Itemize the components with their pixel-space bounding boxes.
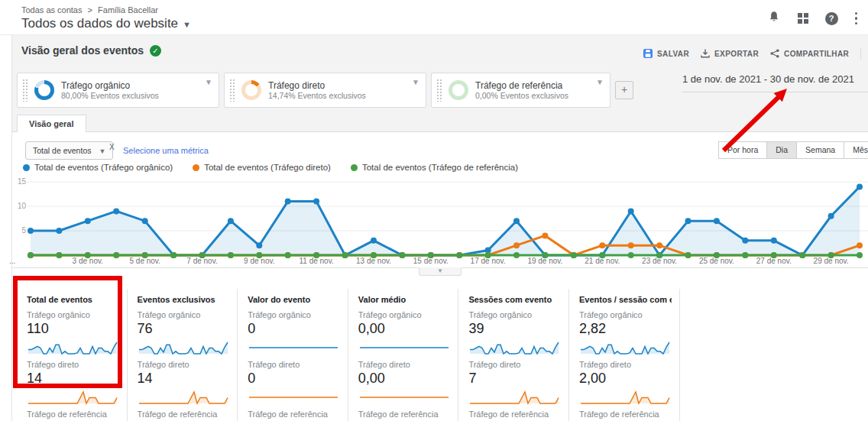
- sparkline-organic-flat: [358, 339, 450, 356]
- chevron-down-icon[interactable]: ▼: [412, 78, 419, 86]
- scorecard-segment-label: Tráfego de referência: [358, 410, 451, 419]
- help-icon[interactable]: ?: [825, 12, 838, 25]
- svg-text:13 de nov.: 13 de nov.: [356, 257, 391, 265]
- sparkline-direct: [579, 389, 671, 406]
- segment-donut-organic: [34, 80, 54, 100]
- svg-text:5: 5: [21, 226, 26, 235]
- scorecard-eventos-exclusivos[interactable]: Eventos exclusivos Tráfego orgânico 76 T…: [128, 289, 238, 421]
- chevron-down-icon[interactable]: ▼: [596, 78, 604, 86]
- scorecard-value: 110: [27, 321, 119, 337]
- scorecard-value: 7: [468, 371, 561, 387]
- granularity-semana[interactable]: Semana: [796, 141, 844, 159]
- download-icon: [701, 49, 710, 58]
- segment-title: Tráfego de referência: [475, 80, 568, 91]
- granularity-dia[interactable]: Dia: [766, 141, 797, 159]
- remove-metric-button[interactable]: X: [109, 143, 115, 151]
- svg-text:23 de nov.: 23 de nov.: [642, 257, 677, 265]
- chevron-down-icon: ▼: [183, 20, 191, 29]
- sparkline-direct: [27, 389, 118, 406]
- breadcrumb-all-accounts[interactable]: Todas as contas: [21, 5, 83, 15]
- more-options-kebab-icon[interactable]: [855, 12, 858, 25]
- legend-item-organic: Total de eventos (Tráfego orgânico): [23, 163, 173, 172]
- analytics-events-overview-page: Todas as contas > Família Bacellar Todos…: [0, 0, 868, 421]
- scorecard-segment-label: Tráfego de referência: [138, 410, 230, 419]
- scorecard-value: 2,00: [579, 371, 672, 387]
- chevron-down-icon[interactable]: ▼: [205, 78, 212, 86]
- scorecard-title: Eventos / sessão com evento: [579, 295, 672, 304]
- date-range-selector[interactable]: 1 de nov. de 2021 - 30 de nov. de 2021: [682, 73, 868, 92]
- top-bar: Todas as contas > Família Bacellar Todos…: [0, 0, 868, 35]
- scorecard-segment-label: Tráfego de referência: [468, 410, 561, 419]
- share-icon: [770, 49, 779, 58]
- verified-check-icon: ✓: [150, 45, 161, 57]
- segment-card-direct[interactable]: Tráfego direto 14,74% Eventos exclusivos…: [224, 73, 426, 108]
- sparkline-organic: [579, 339, 671, 356]
- view-title-label: Todos os dados do website: [21, 16, 178, 31]
- save-button[interactable]: SALVAR: [643, 49, 689, 58]
- events-line-chart: 51015...3 de nov.5 de nov.7 de nov.9 de …: [0, 174, 868, 269]
- legend-label: Total de eventos (Tráfego orgânico): [34, 163, 173, 172]
- export-button[interactable]: EXPORTAR: [701, 49, 759, 58]
- scorecard-segment-label: Tráfego direto: [248, 360, 340, 369]
- scorecard-segment-label: Tráfego direto: [579, 360, 672, 369]
- scorecard-segment-label: Tráfego direto: [138, 360, 230, 369]
- svg-text:29 de nov.: 29 de nov.: [814, 257, 849, 265]
- svg-text:5 de nov.: 5 de nov.: [129, 257, 160, 265]
- annotations-expander[interactable]: ▼: [419, 267, 462, 276]
- scorecard-segment-label: Tráfego direto: [358, 360, 451, 369]
- drag-handle[interactable]: [22, 79, 28, 102]
- drag-handle[interactable]: [436, 79, 442, 102]
- chevron-down-icon: ▼: [99, 147, 105, 155]
- scorecard-segment-label: Tráfego direto: [468, 360, 561, 369]
- scorecard-value: 76: [138, 321, 230, 337]
- sparkline-direct: [138, 389, 229, 406]
- tab-visao-geral[interactable]: Visão geral: [17, 115, 86, 132]
- breadcrumb-account[interactable]: Família Bacellar: [98, 5, 158, 15]
- segment-card-organic[interactable]: Tráfego orgânico 80,00% Eventos exclusiv…: [17, 73, 219, 108]
- scorecard-segment-label: Tráfego orgânico: [27, 310, 119, 319]
- sparkline-organic: [468, 339, 560, 356]
- add-segment-button[interactable]: +: [615, 81, 633, 99]
- segment-subtitle: 80,00% Eventos exclusivos: [61, 91, 159, 100]
- notifications-bell-icon[interactable]: [767, 10, 781, 27]
- share-button[interactable]: COMPARTILHAR: [770, 49, 849, 58]
- svg-text:10: 10: [18, 202, 27, 210]
- drag-handle[interactable]: [229, 79, 235, 102]
- scorecard-value: 39: [468, 321, 561, 337]
- divider: [860, 47, 861, 60]
- scorecard-value: 14: [27, 371, 119, 387]
- granularity-mes[interactable]: Mês: [844, 141, 868, 159]
- metric-dropdown-label: Total de eventos: [33, 146, 91, 155]
- scorecard-value: 2,82: [579, 321, 672, 337]
- scorecard-value: 0: [248, 371, 340, 387]
- breadcrumb: Todas as contas > Família Bacellar: [21, 5, 158, 15]
- breadcrumb-separator: >: [88, 5, 92, 15]
- scorecard-title: Sessões com evento: [468, 295, 561, 304]
- scorecard-segment-label: Tráfego de referência: [248, 410, 340, 419]
- apps-grid-icon[interactable]: [798, 13, 808, 24]
- scorecard-title: Valor do evento: [248, 295, 340, 304]
- svg-text:15 de nov.: 15 de nov.: [413, 257, 449, 265]
- granularity-por-hora[interactable]: Por hora: [718, 141, 767, 159]
- save-icon: [643, 49, 653, 58]
- scorecard-sessoes-com-evento[interactable]: Sessões com evento Tráfego orgânico 39 T…: [458, 289, 569, 421]
- scorecard-total-de-eventos[interactable]: Total de eventos Tráfego orgânico 110 Tr…: [17, 289, 128, 421]
- scorecard-eventos-por-sessao[interactable]: Eventos / sessão com evento Tráfego orgâ…: [569, 289, 680, 421]
- scorecard-segment-label: Tráfego orgânico: [248, 310, 340, 319]
- property-view-selector[interactable]: Todos os dados do website▼: [21, 16, 191, 31]
- legend-label: Total de eventos (Tráfego de referência): [362, 163, 518, 172]
- scorecard-value: 14: [138, 371, 230, 387]
- scorecard-value: 0,00: [358, 321, 451, 337]
- scorecard-segment-label: Tráfego de referência: [579, 410, 672, 419]
- segment-donut-referral: [449, 80, 468, 100]
- segment-title: Tráfego orgânico: [61, 80, 159, 91]
- scorecards-row: Total de eventos Tráfego orgânico 110 Tr…: [17, 289, 680, 421]
- select-metric-link[interactable]: Selecione uma métrica: [123, 146, 209, 155]
- metric-dropdown[interactable]: Total de eventos▼: [25, 141, 113, 160]
- scorecard-valor-do-evento[interactable]: Valor do evento Tráfego orgânico 0 Tráfe…: [238, 289, 348, 421]
- scorecard-title: Total de eventos: [27, 295, 119, 304]
- segment-card-referral[interactable]: Tráfego de referência 0,00% Eventos excl…: [431, 73, 611, 108]
- svg-text:11 de nov.: 11 de nov.: [299, 257, 333, 265]
- scorecard-valor-medio[interactable]: Valor médio Tráfego orgânico 0,00 Tráfeg…: [348, 289, 459, 421]
- scorecard-segment-label: Tráfego orgânico: [468, 310, 561, 319]
